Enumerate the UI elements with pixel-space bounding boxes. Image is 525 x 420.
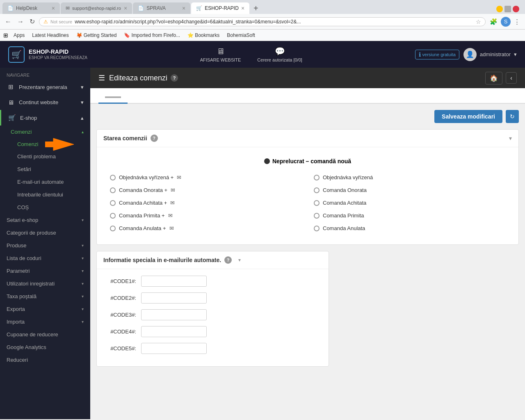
sidebar-item-google-analytics[interactable]: Google Analytics <box>0 341 90 354</box>
sidebar-item-taxa[interactable]: Taxa poştală ▾ <box>0 290 90 303</box>
reload-nav-button[interactable]: ↻ <box>28 17 37 26</box>
new-tab-button[interactable]: + <box>250 3 262 14</box>
code-input-1[interactable] <box>141 276 207 287</box>
tab-close-eshop[interactable]: × <box>241 5 244 11</box>
bookmark-bookmarks[interactable]: ⭐ Bookmarks <box>185 32 221 39</box>
extensions-icon[interactable]: 🧩 <box>488 17 499 26</box>
window-minimize-btn[interactable] <box>496 6 503 12</box>
tab-main[interactable]: ▬▬▬ <box>98 90 128 104</box>
sidebar-item-exporta[interactable]: Exporta ▾ <box>0 303 90 315</box>
chevron-down-produse: ▾ <box>82 243 84 248</box>
bookmark-getting-started[interactable]: 🦊 Getting Started <box>74 32 119 39</box>
address-bar[interactable]: ⚠ Not secure www.eshop-rapid.ro/admin/sc… <box>39 17 486 26</box>
selected-status-text: Neprelucrat – comandă nouă <box>272 158 351 164</box>
admin-label: administrator <box>480 51 511 57</box>
radio-circle-0[interactable] <box>110 175 116 180</box>
hamburger-button[interactable]: ☰ <box>98 73 105 82</box>
code-input-3[interactable] <box>141 309 207 320</box>
cerere-autorizata-btn[interactable]: 💬 Cerere autorizata [0/0] <box>257 46 302 62</box>
radio-circle-3[interactable] <box>314 187 320 193</box>
help-icon[interactable]: ? <box>171 74 178 82</box>
radio-option-0[interactable]: Objednávka vyřízená + ✉ <box>110 174 301 180</box>
sidebar-item-eshop[interactable]: 🛒 E-shop ▴ <box>0 110 90 126</box>
radio-circle-8[interactable] <box>110 226 116 231</box>
sidebar-item-intrebari[interactable]: Intrebarile clientului <box>4 188 90 201</box>
radio-option-6[interactable]: Comanda Primita + ✉ <box>110 212 301 219</box>
sidebar-item-categorii[interactable]: Categorii de produse <box>0 226 90 239</box>
radio-option-8[interactable]: Comanda Anulata + ✉ <box>110 225 301 231</box>
window-close-btn[interactable] <box>513 6 519 12</box>
sidebar-item-setari[interactable]: Setări <box>4 163 90 176</box>
email-icon-0: ✉ <box>177 174 181 180</box>
sidebar-item-cos[interactable]: COȘ <box>4 201 90 214</box>
logo-area: 🛒 ESHOP-RAPID ESHOP VA RECOMPENSEAZA <box>8 46 87 63</box>
back-button[interactable]: ‹ <box>506 72 517 84</box>
sidebar-item-continut[interactable]: 🖥 Continut website ▾ <box>0 95 90 110</box>
radio-option-7[interactable]: Comanda Primita <box>314 212 505 219</box>
categorii-label: Categorii de produse <box>7 230 56 236</box>
sidebar-item-comenzi[interactable]: Comenzi <box>4 138 90 150</box>
order-status-dropdown-icon[interactable]: ▾ <box>509 135 512 142</box>
radio-option-1[interactable]: Objednávka vyřízená <box>314 174 505 180</box>
tab-close-helpdesk[interactable]: × <box>52 5 55 11</box>
refresh-button[interactable]: ↻ <box>506 110 519 123</box>
version-badge[interactable]: ℹ versiune gratuita <box>415 50 459 59</box>
tab-label-mail: support@eshop-rapid.ro - Mail ... <box>72 6 121 11</box>
code-input-4[interactable] <box>141 326 207 337</box>
code-input-2[interactable] <box>141 292 207 304</box>
sidebar-item-cupoane[interactable]: Cupoane de reducere <box>0 328 90 341</box>
chevron-down-parametri: ▾ <box>82 269 84 273</box>
code-row-5: #CODE5#: <box>103 343 322 354</box>
sidebar-item-importa[interactable]: Importa ▾ <box>0 315 90 328</box>
menu-icon[interactable]: ⋮ <box>512 17 522 26</box>
bookmark-bohemiasoft[interactable]: BohemiaSoft <box>225 32 257 39</box>
admin-area[interactable]: 👤 administrator ▾ <box>463 48 517 61</box>
radio-circle-5[interactable] <box>314 200 320 206</box>
sidebar-item-produse[interactable]: Produse ▾ <box>0 239 90 252</box>
tab-label-helpdesk: HelpDesk <box>16 5 37 11</box>
radio-circle-2[interactable] <box>110 187 116 193</box>
tab-close-sprava[interactable]: × <box>182 5 185 11</box>
forward-nav-button[interactable]: → <box>16 17 25 26</box>
browser-tab-sprava[interactable]: 📄 SPRAVA × <box>133 2 190 14</box>
tab-close-mail[interactable]: × <box>124 5 127 11</box>
radio-circle-1[interactable] <box>314 175 320 180</box>
code-input-5[interactable] <box>141 343 207 354</box>
bookmark-apps[interactable]: Apps <box>11 32 27 39</box>
bookmark-headlines[interactable]: Latest Headlines <box>30 32 71 39</box>
sidebar-item-reduceri[interactable]: Reduceri <box>0 354 90 366</box>
sidebar-item-parametri[interactable]: Parametri ▾ <box>0 265 90 277</box>
sidebar-item-emails[interactable]: E-mail-uri automate <box>4 176 90 188</box>
window-maximize-btn[interactable] <box>504 6 511 12</box>
profile-icon[interactable]: S <box>501 17 511 27</box>
browser-tab-eshop[interactable]: 🛒 ESHOP-RAPID × <box>191 2 249 14</box>
afisare-website-btn[interactable]: 🖥 AFISARE WEBSITE <box>200 47 241 62</box>
email-icon-8: ✉ <box>169 225 174 231</box>
info-section-header[interactable]: Informatie speciala in e-mailurile autom… <box>97 251 329 269</box>
order-status-help-icon[interactable]: ? <box>151 135 158 142</box>
tab-main-label: ▬▬▬ <box>105 93 121 99</box>
radio-circle-7[interactable] <box>314 213 320 219</box>
back-nav-button[interactable]: ← <box>3 17 13 26</box>
radio-option-4[interactable]: Comanda Achitata + ✉ <box>110 200 301 206</box>
info-section-help-icon[interactable]: ? <box>224 256 232 264</box>
radio-option-3[interactable]: Comanda Onorata <box>314 187 505 193</box>
radio-circle-4[interactable] <box>110 200 116 206</box>
info-section-dropdown-icon[interactable]: ▾ <box>238 257 241 263</box>
radio-label-4: Comanda Achitata + <box>119 200 167 206</box>
save-modifications-button[interactable]: Salveaza modificari <box>434 110 502 123</box>
radio-option-5[interactable]: Comanda Achitata <box>314 200 505 206</box>
sidebar-item-setari-eshop[interactable]: Setari e-shop ▾ <box>0 214 90 226</box>
bookmark-imported[interactable]: 🔖 Imported from Firefo... <box>122 32 182 39</box>
radio-option-9[interactable]: Comanda Anulata <box>314 225 505 231</box>
home-button[interactable]: 🏠 <box>485 72 502 84</box>
sidebar-item-utilizatori[interactable]: Utilizatori inregistrati ▾ <box>0 277 90 290</box>
radio-circle-6[interactable] <box>110 213 116 219</box>
browser-tab-helpdesk[interactable]: 📄 HelpDesk × <box>2 2 60 14</box>
sidebar-item-prezentare[interactable]: ⊞ Prezentare generala ▾ <box>0 79 90 95</box>
radio-circle-9[interactable] <box>314 226 320 231</box>
sidebar-item-lista-coduri[interactable]: Lista de coduri ▾ <box>0 252 90 265</box>
browser-tab-mail[interactable]: ✉ support@eshop-rapid.ro - Mail ... × <box>61 2 132 14</box>
star-icon[interactable]: ☆ <box>476 18 481 25</box>
radio-option-2[interactable]: Comanda Onorata + ✉ <box>110 187 301 193</box>
